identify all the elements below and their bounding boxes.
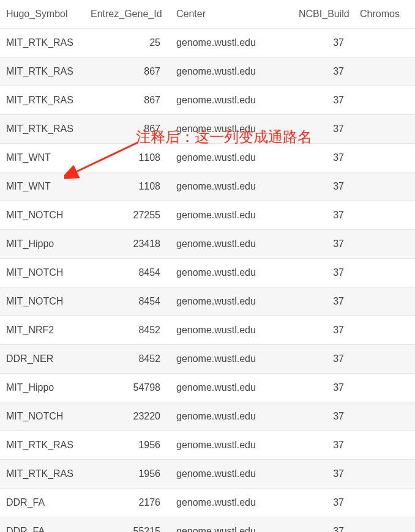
table-row: MIT_RTK_RAS867genome.wustl.edu37 [0,57,415,86]
table-row: MIT_NRF28452genome.wustl.edu37 [0,316,415,345]
cell-hugo-symbol: MIT_NOTCH [0,201,86,230]
cell-hugo-symbol: MIT_RTK_RAS [0,460,86,489]
table-row: MIT_RTK_RAS1956genome.wustl.edu37 [0,431,415,460]
cell-ncbi-build: 37 [294,144,355,172]
cell-ncbi-build: 37 [294,402,355,431]
cell-entrez-gene-id: 867 [86,57,171,86]
table-row: DDR_FA55215genome.wustl.edu37 [0,517,415,533]
header-chromosome: Chromos [355,0,415,29]
table-row: MIT_NOTCH27255genome.wustl.edu37 [0,201,415,230]
cell-entrez-gene-id: 1108 [86,172,171,201]
header-hugo-symbol: Hugo_Symbol [0,0,86,29]
table-row: MIT_RTK_RAS25genome.wustl.edu37 [0,29,415,57]
cell-chromosome [355,172,415,201]
cell-center: genome.wustl.edu [171,29,294,57]
table-row: MIT_Hippo23418genome.wustl.edu37 [0,230,415,259]
cell-entrez-gene-id: 8452 [86,345,171,374]
cell-chromosome [355,402,415,431]
cell-center: genome.wustl.edu [171,259,294,287]
cell-entrez-gene-id: 1956 [86,431,171,460]
cell-hugo-symbol: MIT_WNT [0,172,86,201]
cell-chromosome [355,489,415,517]
cell-entrez-gene-id: 8454 [86,259,171,287]
cell-ncbi-build: 37 [294,517,355,533]
cell-hugo-symbol: DDR_NER [0,345,86,374]
cell-chromosome [355,345,415,374]
table-row: MIT_RTK_RAS867genome.wustl.edu37 [0,86,415,115]
cell-chromosome [355,316,415,345]
cell-chromosome [355,431,415,460]
cell-center: genome.wustl.edu [171,517,294,533]
cell-center: genome.wustl.edu [171,144,294,172]
cell-entrez-gene-id: 23220 [86,402,171,431]
cell-hugo-symbol: DDR_FA [0,517,86,533]
table-row: DDR_NER8452genome.wustl.edu37 [0,345,415,374]
header-ncbi-build: NCBI_Build [294,0,355,29]
cell-center: genome.wustl.edu [171,316,294,345]
cell-ncbi-build: 37 [294,29,355,57]
cell-entrez-gene-id: 1956 [86,460,171,489]
table-row: DDR_FA2176genome.wustl.edu37 [0,489,415,517]
cell-hugo-symbol: MIT_RTK_RAS [0,86,86,115]
table-row: MIT_RTK_RAS1956genome.wustl.edu37 [0,460,415,489]
cell-entrez-gene-id: 27255 [86,201,171,230]
cell-entrez-gene-id: 25 [86,29,171,57]
cell-center: genome.wustl.edu [171,460,294,489]
cell-center: genome.wustl.edu [171,287,294,316]
cell-center: genome.wustl.edu [171,431,294,460]
cell-chromosome [355,517,415,533]
cell-ncbi-build: 37 [294,460,355,489]
cell-center: genome.wustl.edu [171,402,294,431]
cell-entrez-gene-id: 8454 [86,287,171,316]
table-row: MIT_RTK_RAS867genome.wustl.edu37 [0,115,415,144]
cell-hugo-symbol: MIT_Hippo [0,230,86,259]
header-entrez-gene-id: Entrez_Gene_Id [86,0,171,29]
cell-chromosome [355,29,415,57]
cell-chromosome [355,460,415,489]
cell-chromosome [355,115,415,144]
cell-hugo-symbol: DDR_FA [0,489,86,517]
cell-chromosome [355,86,415,115]
cell-chromosome [355,259,415,287]
cell-entrez-gene-id: 2176 [86,489,171,517]
cell-center: genome.wustl.edu [171,172,294,201]
cell-ncbi-build: 37 [294,230,355,259]
cell-entrez-gene-id: 54798 [86,374,171,402]
table-header-row: Hugo_Symbol Entrez_Gene_Id Center NCBI_B… [0,0,415,29]
cell-center: genome.wustl.edu [171,86,294,115]
cell-chromosome [355,374,415,402]
cell-hugo-symbol: MIT_Hippo [0,374,86,402]
cell-center: genome.wustl.edu [171,230,294,259]
cell-center: genome.wustl.edu [171,374,294,402]
cell-entrez-gene-id: 867 [86,115,171,144]
cell-hugo-symbol: MIT_RTK_RAS [0,431,86,460]
cell-center: genome.wustl.edu [171,201,294,230]
cell-chromosome [355,57,415,86]
cell-hugo-symbol: MIT_NOTCH [0,287,86,316]
table-body: MIT_RTK_RAS25genome.wustl.edu37MIT_RTK_R… [0,29,415,533]
cell-hugo-symbol: MIT_RTK_RAS [0,29,86,57]
table-row: MIT_NOTCH8454genome.wustl.edu37 [0,259,415,287]
cell-ncbi-build: 37 [294,57,355,86]
cell-chromosome [355,287,415,316]
cell-ncbi-build: 37 [294,374,355,402]
cell-center: genome.wustl.edu [171,345,294,374]
cell-ncbi-build: 37 [294,287,355,316]
cell-center: genome.wustl.edu [171,57,294,86]
table-row: MIT_WNT1108genome.wustl.edu37 [0,144,415,172]
cell-ncbi-build: 37 [294,86,355,115]
cell-ncbi-build: 37 [294,316,355,345]
table-row: MIT_NOTCH23220genome.wustl.edu37 [0,402,415,431]
cell-ncbi-build: 37 [294,201,355,230]
cell-ncbi-build: 37 [294,489,355,517]
cell-entrez-gene-id: 23418 [86,230,171,259]
cell-entrez-gene-id: 867 [86,86,171,115]
data-table: Hugo_Symbol Entrez_Gene_Id Center NCBI_B… [0,0,415,532]
cell-hugo-symbol: MIT_RTK_RAS [0,57,86,86]
cell-ncbi-build: 37 [294,259,355,287]
cell-chromosome [355,230,415,259]
cell-hugo-symbol: MIT_NRF2 [0,316,86,345]
cell-ncbi-build: 37 [294,345,355,374]
cell-hugo-symbol: MIT_NOTCH [0,259,86,287]
table-row: MIT_NOTCH8454genome.wustl.edu37 [0,287,415,316]
